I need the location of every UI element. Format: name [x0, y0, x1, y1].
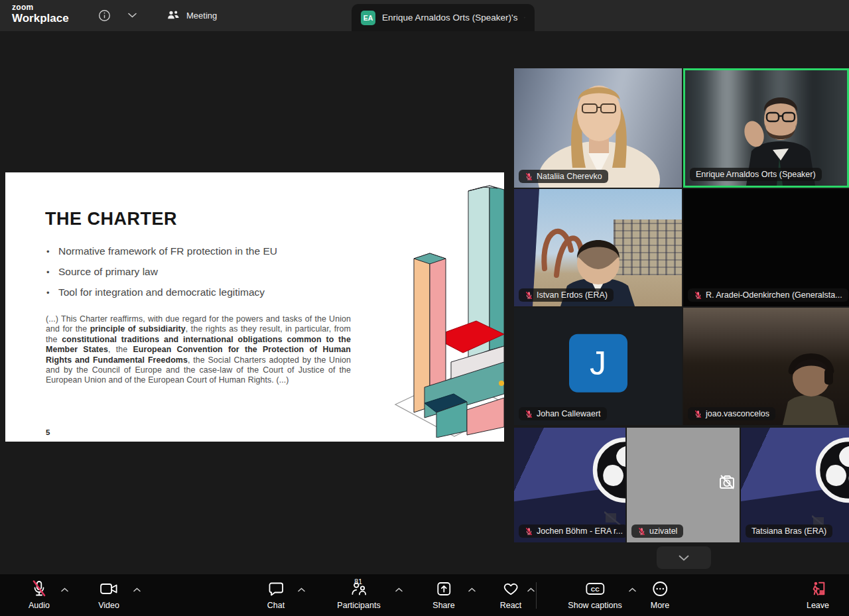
obs-logo [815, 437, 849, 503]
react-label: React [500, 601, 522, 610]
slide-title: THE CHARTER [45, 209, 177, 229]
logo-line-zoom: zoom [12, 3, 69, 11]
top-bar: zoom Workplace Meeting EA Enrique Arnald… [0, 0, 849, 31]
captions-menu-caret[interactable] [627, 586, 637, 593]
toolbar-divider [536, 582, 537, 609]
share-button[interactable]: Share [432, 580, 454, 610]
slide-quote-paragraph: (...) This Charter reaffirms, with due r… [46, 314, 351, 386]
slide-page-number: 5 [46, 428, 50, 436]
video-camera-icon [98, 580, 119, 597]
slide-bullet: Normative framework of FR protection in … [46, 245, 277, 257]
camera-off-icon [717, 473, 737, 491]
meeting-people-icon [167, 10, 180, 21]
participants-label: Participants [337, 601, 380, 610]
leave-label: Leave [807, 601, 829, 610]
tab-meeting[interactable]: Meeting [159, 0, 225, 31]
chat-bubble-icon [267, 580, 285, 597]
show-captions-label: Show captions [568, 601, 621, 610]
more-ellipsis-icon [651, 580, 669, 597]
more-button[interactable]: More [651, 580, 669, 610]
show-captions-button[interactable]: CC Show captions [568, 580, 621, 610]
tab-avatar-badge: EA [361, 11, 375, 25]
participants-menu-caret[interactable] [394, 586, 403, 593]
participant-name-label: Enrique Arnaldos Orts (Speaker) [690, 168, 822, 181]
logo-line-workplace: Workplace [12, 13, 69, 24]
video-tile-enrique-arnaldos-orts[interactable]: Enrique Arnaldos Orts (Speaker) [683, 68, 849, 188]
avatar-initial: J [569, 334, 627, 392]
shared-screen-slide: THE CHARTER Normative framework of FR pr… [5, 172, 504, 442]
video-menu-caret[interactable] [132, 586, 141, 593]
participant-name-label: Tatsiana Bras (ERA) [746, 524, 832, 538]
share-label: Share [432, 601, 454, 610]
audio-button[interactable]: Audio [29, 580, 50, 610]
participant-name-label: Istvan Erdos (ERA) [519, 288, 614, 302]
video-tile-uzivatel[interactable]: uzivatel [627, 428, 740, 542]
video-button[interactable]: Video [98, 580, 119, 610]
meeting-toolbar: Audio Video Chat 81 Participants Share [0, 574, 849, 616]
leave-button[interactable]: Leave [807, 580, 829, 610]
participant-name-label: joao.vasconcelos [688, 407, 775, 420]
tab-active-title: Enrique Arnaldos Orts (Speaker)'s [382, 13, 517, 23]
closed-captions-icon: CC [568, 580, 621, 597]
participants-button[interactable]: 81 Participants [337, 580, 380, 610]
collapse-gallery-button[interactable] [657, 546, 711, 569]
slide-bullet-list: Normative framework of FR protection in … [46, 245, 277, 307]
obs-logo [592, 437, 625, 503]
tab-options-ellipsis-icon[interactable] [524, 11, 525, 25]
muted-mic-icon [637, 527, 646, 536]
chevron-down-icon [679, 555, 689, 561]
participant-name-label: Nataliia Cherevko [519, 170, 608, 183]
more-label: More [651, 601, 669, 610]
svg-text:CC: CC [591, 585, 600, 592]
video-tile-jochen-boehm[interactable]: Jochen Böhm - ERA r... [514, 428, 625, 542]
heart-react-icon [500, 580, 522, 597]
slide-3d-blocks-illustration [390, 184, 504, 438]
slide-bullet: Source of primary law [46, 266, 277, 278]
muted-mic-icon [525, 291, 533, 300]
info-icon[interactable] [97, 8, 111, 23]
video-label: Video [98, 601, 119, 610]
participant-name-label: Johan Callewaert [519, 407, 607, 420]
chat-menu-caret[interactable] [296, 586, 306, 593]
participants-count-badge: 81 [354, 578, 362, 585]
zoom-workplace-logo: zoom Workplace [12, 3, 69, 24]
video-tile-nataliia-cherevko[interactable]: Nataliia Cherevko [514, 68, 682, 188]
participants-icon: 81 [337, 580, 380, 597]
video-tile-johan-callewaert[interactable]: J Johan Callewaert [514, 308, 682, 425]
share-menu-caret[interactable] [467, 586, 476, 593]
tab-active-meeting[interactable]: EA Enrique Arnaldos Orts (Speaker)'s [352, 4, 535, 31]
react-button[interactable]: React [500, 580, 522, 610]
mic-muted-icon [29, 580, 50, 597]
audio-menu-caret[interactable] [60, 586, 69, 593]
video-tile-tatsiana-bras[interactable]: Tatsiana Bras (ERA) [741, 428, 849, 542]
chat-button[interactable]: Chat [267, 580, 285, 610]
muted-mic-icon [525, 410, 533, 418]
react-menu-caret[interactable] [526, 586, 535, 593]
chat-label: Chat [267, 601, 285, 610]
participant-name-label: uzivatel [631, 524, 683, 538]
share-screen-icon [432, 580, 454, 597]
video-tile-istvan-erdos[interactable]: Istvan Erdos (ERA) [514, 189, 682, 306]
tab-meeting-label: Meeting [186, 11, 217, 21]
leave-meeting-icon [807, 580, 829, 597]
muted-mic-icon [525, 172, 533, 181]
video-tile-joao-vasconcelos[interactable]: joao.vasconcelos [683, 308, 849, 425]
muted-mic-icon [694, 410, 702, 418]
slide-bullet: Tool for integration and democratic legi… [46, 286, 277, 298]
participant-name-label: Jochen Böhm - ERA r... [519, 524, 625, 538]
chevron-down-icon[interactable] [125, 8, 139, 23]
participant-name-label: R. Aradei-Odenkirchen (Generalsta... [688, 288, 848, 302]
camera-off-icon [604, 511, 621, 525]
audio-label: Audio [29, 601, 50, 610]
muted-mic-icon [694, 291, 702, 300]
video-tile-r-aradei-odenkirchen[interactable]: R. Aradei-Odenkirchen (Generalsta... [683, 189, 849, 306]
muted-mic-icon [525, 527, 533, 536]
